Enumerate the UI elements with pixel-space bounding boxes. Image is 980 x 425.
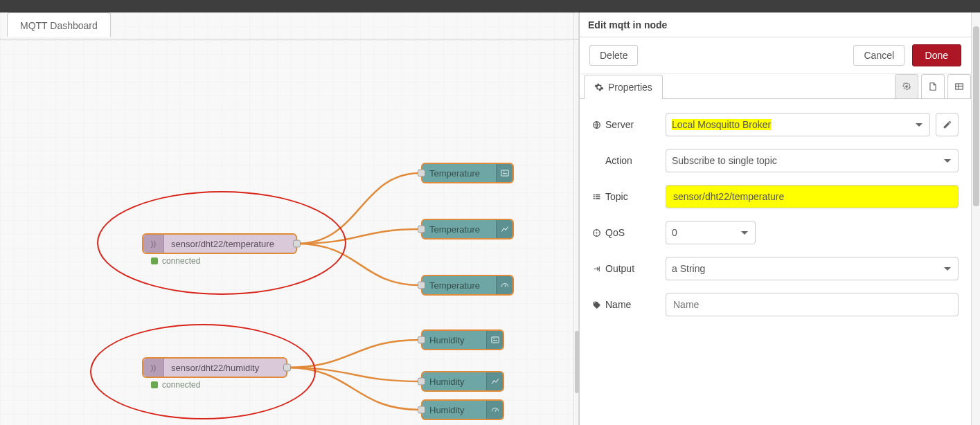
port-input[interactable] xyxy=(418,378,425,386)
output-value: a String xyxy=(672,263,705,274)
delete-button[interactable]: Delete xyxy=(589,45,638,66)
sidebar-scrollbar[interactable] xyxy=(971,12,980,425)
dashboard-gauge-node[interactable]: Humidity xyxy=(421,399,504,420)
status-text: connected xyxy=(162,380,200,390)
scrollbar-thumb[interactable] xyxy=(973,26,979,206)
edit-node-panel: Edit mqtt in node Delete Cancel Done Pro… xyxy=(579,12,971,425)
edit-tabs: Properties xyxy=(580,74,971,99)
node-status: connected xyxy=(151,256,200,266)
node-label: Humidity xyxy=(422,335,472,345)
status-dot-connected xyxy=(151,381,158,388)
port-input[interactable] xyxy=(418,226,425,233)
node-label: Temperature xyxy=(422,224,487,235)
row-action: Action Subscribe to single topic xyxy=(592,149,959,172)
action-select[interactable]: Subscribe to single topic xyxy=(666,149,959,172)
done-button[interactable]: Done xyxy=(912,44,961,66)
tab-label: Properties xyxy=(608,82,652,93)
row-name: Name xyxy=(592,293,959,316)
flow-canvas[interactable]: MQTT Dashboard )) sensor/dht22/temperatu… xyxy=(0,12,579,425)
arrow-right-icon xyxy=(592,264,601,273)
dashboard-gauge-node[interactable]: Temperature xyxy=(421,275,514,296)
properties-form: Server Local Mosquitto Broker Action Sub… xyxy=(580,99,971,336)
status-dot-connected xyxy=(151,257,158,264)
svg-line-3 xyxy=(495,409,497,411)
tab-properties[interactable]: Properties xyxy=(584,75,663,99)
node-label: sensor/dht22/humidity xyxy=(164,363,266,373)
status-text: connected xyxy=(162,256,200,266)
app-titlebar xyxy=(0,0,980,12)
list-icon xyxy=(592,192,601,201)
svg-point-4 xyxy=(905,85,908,88)
port-input[interactable] xyxy=(418,170,425,177)
node-label: Temperature xyxy=(422,280,487,291)
flow-tab[interactable]: MQTT Dashboard xyxy=(7,12,111,37)
dashboard-text-node[interactable]: Temperature xyxy=(421,163,514,183)
label-name: Name xyxy=(592,299,666,310)
gear-icon xyxy=(902,82,911,91)
server-value: Local Mosquitto Broker xyxy=(672,119,771,130)
dashboard-text-node[interactable]: Humidity xyxy=(421,329,504,350)
dashboard-chart-node[interactable]: Temperature xyxy=(421,219,514,239)
tab-strip xyxy=(0,39,579,39)
file-icon xyxy=(928,82,938,91)
output-select[interactable]: a String xyxy=(666,257,959,280)
port-input[interactable] xyxy=(418,282,425,289)
port-output[interactable] xyxy=(283,364,291,372)
edit-panel-title: Edit mqtt in node xyxy=(580,12,971,37)
edit-button-row: Delete Cancel Done xyxy=(580,37,971,74)
workspace-scrollbar[interactable] xyxy=(573,12,579,425)
chart-icon xyxy=(496,220,513,238)
topic-input[interactable] xyxy=(666,185,959,208)
svg-line-1 xyxy=(505,284,506,287)
label-server: Server xyxy=(592,119,666,130)
row-output: Output a String xyxy=(592,257,959,280)
edit-server-button[interactable] xyxy=(936,113,959,136)
dashboard-chart-node[interactable]: Humidity xyxy=(421,371,504,392)
port-output[interactable] xyxy=(293,240,301,248)
node-label: Humidity xyxy=(422,405,472,415)
name-input[interactable] xyxy=(666,293,959,316)
qos-value: 0 xyxy=(672,227,677,238)
mqtt-icon: )) xyxy=(143,359,164,377)
gauge-icon xyxy=(496,276,513,294)
label-action: Action xyxy=(592,155,666,166)
row-qos: QoS 0 xyxy=(592,221,959,244)
tab-settings-icon[interactable] xyxy=(895,74,918,98)
node-label: sensor/dht22/temperature xyxy=(164,239,281,249)
layout-icon xyxy=(954,82,964,91)
mqtt-in-node-temperature[interactable]: )) sensor/dht22/temperature xyxy=(142,233,297,254)
mqtt-icon: )) xyxy=(143,235,164,253)
pencil-icon xyxy=(943,120,952,129)
svg-rect-9 xyxy=(594,194,595,195)
row-server: Server Local Mosquitto Broker xyxy=(592,113,959,136)
mqtt-in-node-humidity[interactable]: )) sensor/dht22/humidity xyxy=(142,357,287,378)
node-label: Temperature xyxy=(422,168,487,179)
label-qos: QoS xyxy=(592,227,666,238)
tab-appearance-icon[interactable] xyxy=(947,74,971,98)
node-label: Humidity xyxy=(422,377,472,387)
svg-rect-10 xyxy=(594,196,595,197)
svg-point-16 xyxy=(596,232,597,233)
chart-icon xyxy=(486,372,503,390)
row-topic: Topic xyxy=(592,185,959,208)
svg-rect-14 xyxy=(596,198,600,199)
label-output: Output xyxy=(592,263,666,274)
tag-icon xyxy=(592,300,601,309)
gauge-icon xyxy=(486,401,503,419)
text-icon xyxy=(486,331,503,349)
node-status: connected xyxy=(151,380,200,390)
svg-rect-11 xyxy=(594,198,595,199)
action-value: Subscribe to single topic xyxy=(672,155,777,166)
tab-description-icon[interactable] xyxy=(921,74,945,98)
globe-icon xyxy=(592,120,601,129)
server-select[interactable]: Local Mosquitto Broker xyxy=(666,113,930,136)
label-topic: Topic xyxy=(592,191,666,202)
svg-rect-12 xyxy=(596,194,600,195)
svg-rect-13 xyxy=(596,196,600,197)
port-input[interactable] xyxy=(418,336,425,344)
text-icon xyxy=(496,164,513,182)
gear-icon xyxy=(594,82,604,92)
cancel-button[interactable]: Cancel xyxy=(853,45,905,66)
port-input[interactable] xyxy=(418,406,425,414)
qos-select[interactable]: 0 xyxy=(666,221,756,244)
